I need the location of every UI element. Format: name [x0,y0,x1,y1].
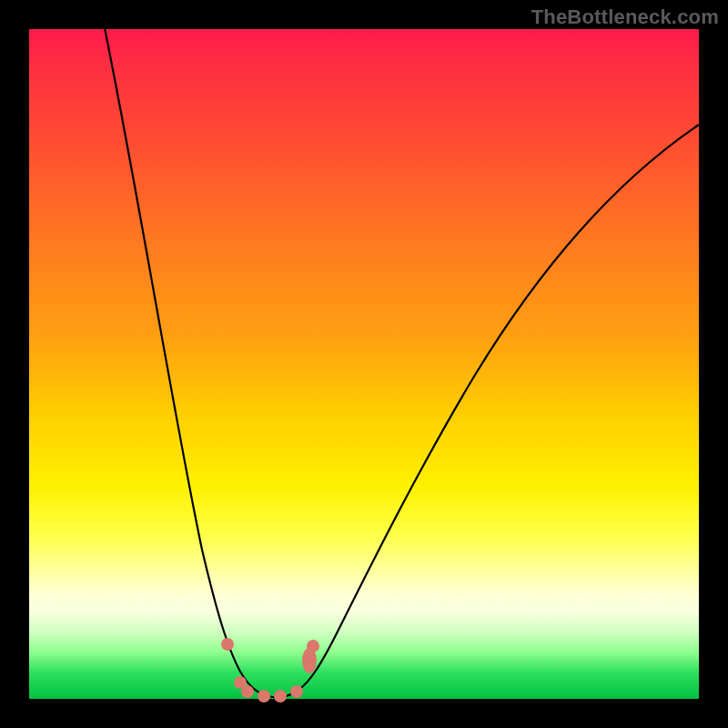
curve-left [104,24,298,697]
data-dot [258,690,270,703]
plot-area [29,29,699,699]
curve-right [298,125,699,690]
data-dot [274,690,287,703]
bottleneck-curve [104,24,699,697]
data-dots [221,638,319,703]
data-dot [221,638,234,651]
chart-frame: TheBottleneck.com [0,0,728,728]
data-dot [241,685,254,698]
watermark-text: TheBottleneck.com [531,5,719,29]
data-dot [307,640,319,652]
chart-svg [29,29,699,699]
data-dot [290,685,303,698]
